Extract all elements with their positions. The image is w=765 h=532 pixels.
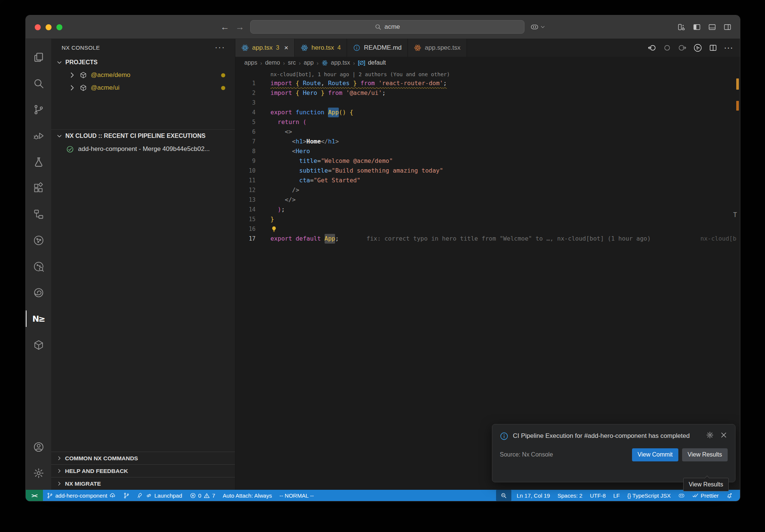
breadcrumb-symbol[interactable]: default	[368, 59, 386, 66]
close-icon[interactable]	[720, 431, 728, 439]
nx-graph-circled-icon[interactable]	[693, 43, 702, 52]
view-commit-button[interactable]: View Commit	[632, 448, 678, 461]
nav-forward-icon[interactable]	[678, 43, 687, 52]
check-double-icon	[692, 492, 699, 499]
status-cursor-position[interactable]: Ln 17, Col 19	[513, 490, 554, 501]
activity-item-account[interactable]	[26, 434, 51, 460]
activity-item-references[interactable]	[26, 201, 51, 227]
activity-item-nx-console[interactable]: N≥	[26, 306, 51, 332]
history-back-icon[interactable]: ←	[220, 22, 229, 31]
activity-item-source-control[interactable]	[26, 96, 51, 123]
status-encoding[interactable]: UTF-8	[586, 490, 610, 501]
status-copilot[interactable]	[675, 490, 688, 501]
split-editor-icon[interactable]	[709, 43, 718, 52]
status-launchpad[interactable]: Launchpad	[133, 490, 186, 501]
status-git-graph[interactable]	[120, 490, 133, 501]
panel-right-icon[interactable]	[723, 23, 732, 31]
status-zoom-out[interactable]	[496, 490, 511, 501]
close-window-button[interactable]	[35, 24, 41, 30]
activity-item-containers[interactable]	[26, 332, 51, 358]
section-nx-cloud[interactable]: NX CLOUD :: RECENT CI PIPELINE EXECUTION…	[51, 129, 235, 142]
activity-item-nx-project-graph[interactable]	[26, 227, 51, 253]
edge-browser-icon	[33, 287, 44, 299]
status-formatter[interactable]: Prettier	[688, 490, 722, 501]
lightbulb-icon[interactable]	[270, 226, 278, 233]
section-common-nx-commands[interactable]: COMMON NX COMMANDS	[51, 452, 235, 464]
tab-label: app.tsx	[252, 44, 273, 52]
copilot-menu[interactable]	[530, 23, 545, 31]
status-problems[interactable]: 07	[186, 490, 219, 501]
more-actions-icon[interactable]: ···	[215, 43, 225, 52]
status-git-branch[interactable]: add-hero-component	[43, 490, 120, 501]
breadcrumb-item[interactable]: src	[288, 59, 296, 66]
activity-item-search[interactable]	[26, 70, 51, 96]
activity-item-run-debug[interactable]	[26, 123, 51, 149]
status-notifications[interactable]	[722, 490, 736, 501]
command-center-search[interactable]: acme	[250, 20, 524, 34]
status-text: LF	[613, 492, 620, 499]
project-label: @acme/demo	[91, 71, 130, 79]
search-icon	[33, 78, 44, 89]
project-item[interactable]: @acme/demo	[51, 69, 235, 81]
layout-customize-icon[interactable]	[677, 23, 686, 31]
activity-item-testing[interactable]	[26, 149, 51, 175]
traffic-lights	[35, 24, 62, 30]
gear-icon[interactable]	[706, 431, 714, 439]
line-number: 6	[235, 127, 255, 137]
activity-item-extensions[interactable]	[26, 175, 51, 201]
panel-left-icon[interactable]	[693, 23, 701, 31]
view-results-button[interactable]: View Results	[682, 448, 728, 461]
chevron-down-icon	[540, 24, 545, 30]
tab-app-spec-tsx[interactable]: app.spec.tsx	[408, 39, 467, 57]
activity-item-explorer[interactable]	[26, 44, 51, 70]
code-line-13: 13 </>	[235, 195, 740, 205]
react-blue-icon	[322, 60, 328, 66]
codelens-blame[interactable]: nx-cloud[bot], 1 hour ago | 2 authors (Y…	[235, 70, 740, 78]
overview-ruler-glyph: T	[733, 210, 737, 220]
breadcrumb-separator: ›	[299, 60, 301, 66]
copilot-icon	[530, 23, 539, 31]
notification-source: Source: Nx Console	[500, 451, 553, 458]
section-label: COMMON NX COMMANDS	[65, 455, 138, 462]
panel-bottom-icon[interactable]	[708, 23, 716, 31]
testing-icon	[33, 156, 44, 168]
breadcrumb-item[interactable]: app	[304, 59, 314, 66]
rocket-icon	[137, 492, 143, 499]
sidebar: NX CONSOLE ··· PROJECTS @acme/demo@acme/…	[51, 39, 235, 490]
nx-logo-icon: N≥	[32, 314, 45, 324]
section-nx-migrate[interactable]: NX MIGRATE	[51, 477, 235, 490]
tab-label: README.md	[364, 44, 402, 52]
project-item[interactable]: @acme/ui	[51, 81, 235, 94]
status-remote-indicator[interactable]: ><	[26, 490, 43, 501]
status-indentation[interactable]: Spaces: 2	[554, 490, 586, 501]
status-language-mode[interactable]: {} TypeScript JSX	[623, 490, 674, 501]
breadcrumb-item[interactable]: demo	[265, 59, 280, 66]
containers-icon	[33, 339, 44, 351]
maximize-window-button[interactable]	[56, 24, 62, 30]
nav-circle-icon[interactable]	[663, 43, 672, 52]
status-auto-attach[interactable]: Auto Attach: Always	[219, 490, 276, 501]
box-icon	[80, 84, 87, 92]
status-eol[interactable]: LF	[610, 490, 624, 501]
history-forward-icon[interactable]: →	[235, 22, 244, 31]
close-tab-icon[interactable]: ×	[284, 44, 288, 52]
section-help-and-feedback[interactable]: HELP AND FEEDBACK	[51, 464, 235, 477]
section-projects[interactable]: PROJECTS	[51, 56, 235, 69]
more-actions-icon[interactable]: ···	[724, 43, 733, 53]
symbol-icon: [∅]	[358, 60, 365, 66]
minimize-window-button[interactable]	[46, 24, 52, 30]
breadcrumb-file[interactable]: app.tsx	[331, 59, 350, 66]
pipeline-execution-item[interactable]: add-hero-component - Merge 409b44e5cb02.…	[51, 142, 235, 156]
tab-readme-md[interactable]: README.md	[347, 39, 408, 57]
nav-back-icon[interactable]	[647, 43, 656, 52]
breadcrumb-item[interactable]: apps	[244, 59, 257, 66]
tab-app-tsx[interactable]: app.tsx3×	[235, 39, 295, 57]
chevron-down-icon	[56, 59, 62, 65]
status-vim-mode[interactable]: -- NORMAL --	[276, 490, 318, 501]
section-label: HELP AND FEEDBACK	[65, 468, 128, 474]
tab-hero-tsx[interactable]: hero.tsx4	[295, 39, 347, 57]
activity-item-edge-browser[interactable]	[26, 279, 51, 306]
activity-item-nx-task-search[interactable]	[26, 253, 51, 279]
breadcrumb-separator: ›	[260, 60, 262, 66]
activity-item-settings[interactable]	[26, 460, 51, 486]
